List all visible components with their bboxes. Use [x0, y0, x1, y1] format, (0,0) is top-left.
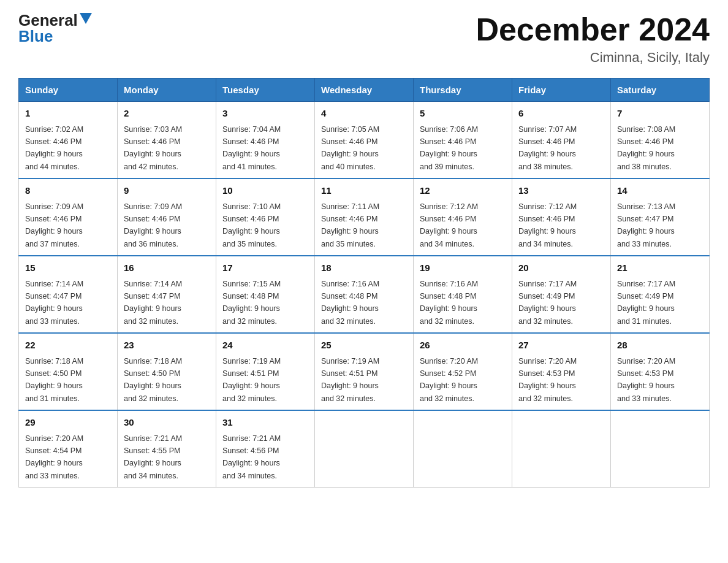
- logo: General Blue: [18, 12, 92, 44]
- calendar-cell: 20 Sunrise: 7:17 AMSunset: 4:49 PMDaylig…: [512, 256, 611, 333]
- title-section: December 2024 Ciminna, Sicily, Italy: [476, 12, 710, 66]
- day-info: Sunrise: 7:07 AMSunset: 4:46 PMDaylight:…: [518, 125, 577, 171]
- day-info: Sunrise: 7:09 AMSunset: 4:46 PMDaylight:…: [124, 202, 182, 248]
- day-number: 22: [25, 339, 111, 353]
- calendar-cell: 24 Sunrise: 7:19 AMSunset: 4:51 PMDaylig…: [216, 333, 315, 410]
- calendar-cell: 14 Sunrise: 7:13 AMSunset: 4:47 PMDaylig…: [611, 178, 710, 256]
- day-number: 14: [617, 184, 703, 198]
- day-info: Sunrise: 7:10 AMSunset: 4:46 PMDaylight:…: [222, 202, 281, 248]
- table-row: 29 Sunrise: 7:20 AMSunset: 4:54 PMDaylig…: [19, 410, 710, 488]
- calendar-cell: [414, 410, 512, 488]
- calendar-cell: 31 Sunrise: 7:21 AMSunset: 4:56 PMDaylig…: [216, 410, 315, 488]
- calendar-cell: 30 Sunrise: 7:21 AMSunset: 4:55 PMDaylig…: [118, 410, 216, 488]
- table-row: 1 Sunrise: 7:02 AMSunset: 4:46 PMDayligh…: [19, 102, 710, 179]
- calendar-cell: 28 Sunrise: 7:20 AMSunset: 4:53 PMDaylig…: [611, 333, 710, 410]
- table-row: 8 Sunrise: 7:09 AMSunset: 4:46 PMDayligh…: [19, 178, 710, 256]
- day-number: 16: [124, 261, 210, 275]
- day-number: 15: [25, 261, 111, 275]
- col-tuesday: Tuesday: [216, 79, 315, 102]
- day-info: Sunrise: 7:06 AMSunset: 4:46 PMDaylight:…: [420, 125, 478, 171]
- day-info: Sunrise: 7:17 AMSunset: 4:49 PMDaylight:…: [617, 280, 675, 326]
- day-number: 11: [321, 184, 407, 198]
- day-info: Sunrise: 7:16 AMSunset: 4:48 PMDaylight:…: [321, 280, 379, 326]
- calendar-cell: 3 Sunrise: 7:04 AMSunset: 4:46 PMDayligh…: [216, 102, 315, 179]
- day-number: 8: [25, 184, 111, 198]
- day-number: 12: [420, 184, 506, 198]
- calendar-cell: 8 Sunrise: 7:09 AMSunset: 4:46 PMDayligh…: [19, 178, 118, 256]
- calendar-cell: 15 Sunrise: 7:14 AMSunset: 4:47 PMDaylig…: [19, 256, 118, 333]
- calendar-cell: [611, 410, 710, 488]
- day-info: Sunrise: 7:18 AMSunset: 4:50 PMDaylight:…: [124, 357, 182, 403]
- day-number: 10: [222, 184, 308, 198]
- page-header: General Blue December 2024 Ciminna, Sici…: [18, 12, 710, 66]
- logo-blue-text: Blue: [18, 28, 53, 44]
- calendar-cell: 23 Sunrise: 7:18 AMSunset: 4:50 PMDaylig…: [118, 333, 216, 410]
- day-number: 17: [222, 261, 308, 275]
- day-info: Sunrise: 7:21 AMSunset: 4:56 PMDaylight:…: [222, 434, 281, 480]
- day-info: Sunrise: 7:14 AMSunset: 4:47 PMDaylight:…: [25, 280, 83, 326]
- location-subtitle: Ciminna, Sicily, Italy: [476, 50, 710, 66]
- day-number: 18: [321, 261, 407, 275]
- day-number: 13: [518, 184, 604, 198]
- calendar-cell: 4 Sunrise: 7:05 AMSunset: 4:46 PMDayligh…: [315, 102, 414, 179]
- day-number: 26: [420, 339, 506, 353]
- day-info: Sunrise: 7:15 AMSunset: 4:48 PMDaylight:…: [222, 280, 281, 326]
- day-info: Sunrise: 7:20 AMSunset: 4:53 PMDaylight:…: [617, 357, 675, 403]
- calendar-cell: 1 Sunrise: 7:02 AMSunset: 4:46 PMDayligh…: [19, 102, 118, 179]
- day-number: 7: [617, 107, 703, 121]
- day-info: Sunrise: 7:04 AMSunset: 4:46 PMDaylight:…: [222, 125, 281, 171]
- day-info: Sunrise: 7:05 AMSunset: 4:46 PMDaylight:…: [321, 125, 379, 171]
- calendar-cell: 27 Sunrise: 7:20 AMSunset: 4:53 PMDaylig…: [512, 333, 611, 410]
- day-info: Sunrise: 7:02 AMSunset: 4:46 PMDaylight:…: [25, 125, 83, 171]
- day-info: Sunrise: 7:16 AMSunset: 4:48 PMDaylight:…: [420, 280, 478, 326]
- day-number: 24: [222, 339, 308, 353]
- logo-general-text: General: [18, 12, 78, 28]
- day-number: 4: [321, 107, 407, 121]
- day-number: 9: [124, 184, 210, 198]
- calendar-cell: 22 Sunrise: 7:18 AMSunset: 4:50 PMDaylig…: [19, 333, 118, 410]
- month-year-title: December 2024: [476, 12, 710, 47]
- calendar-cell: 13 Sunrise: 7:12 AMSunset: 4:46 PMDaylig…: [512, 178, 611, 256]
- day-info: Sunrise: 7:03 AMSunset: 4:46 PMDaylight:…: [124, 125, 182, 171]
- day-info: Sunrise: 7:12 AMSunset: 4:46 PMDaylight:…: [518, 202, 577, 248]
- calendar-cell: 2 Sunrise: 7:03 AMSunset: 4:46 PMDayligh…: [118, 102, 216, 179]
- day-info: Sunrise: 7:19 AMSunset: 4:51 PMDaylight:…: [222, 357, 281, 403]
- day-info: Sunrise: 7:13 AMSunset: 4:47 PMDaylight:…: [617, 202, 675, 248]
- day-number: 29: [25, 416, 111, 430]
- day-number: 23: [124, 339, 210, 353]
- day-info: Sunrise: 7:17 AMSunset: 4:49 PMDaylight:…: [518, 280, 577, 326]
- calendar-cell: 5 Sunrise: 7:06 AMSunset: 4:46 PMDayligh…: [414, 102, 512, 179]
- calendar-cell: 10 Sunrise: 7:10 AMSunset: 4:46 PMDaylig…: [216, 178, 315, 256]
- calendar-cell: 19 Sunrise: 7:16 AMSunset: 4:48 PMDaylig…: [414, 256, 512, 333]
- svg-marker-0: [80, 13, 92, 24]
- table-row: 15 Sunrise: 7:14 AMSunset: 4:47 PMDaylig…: [19, 256, 710, 333]
- day-info: Sunrise: 7:20 AMSunset: 4:52 PMDaylight:…: [420, 357, 478, 403]
- col-friday: Friday: [512, 79, 611, 102]
- day-info: Sunrise: 7:11 AMSunset: 4:46 PMDaylight:…: [321, 202, 379, 248]
- calendar-cell: 25 Sunrise: 7:19 AMSunset: 4:51 PMDaylig…: [315, 333, 414, 410]
- calendar-cell: 16 Sunrise: 7:14 AMSunset: 4:47 PMDaylig…: [118, 256, 216, 333]
- calendar-cell: 29 Sunrise: 7:20 AMSunset: 4:54 PMDaylig…: [19, 410, 118, 488]
- day-info: Sunrise: 7:20 AMSunset: 4:53 PMDaylight:…: [518, 357, 577, 403]
- day-number: 6: [518, 107, 604, 121]
- calendar-cell: 9 Sunrise: 7:09 AMSunset: 4:46 PMDayligh…: [118, 178, 216, 256]
- day-number: 1: [25, 107, 111, 121]
- day-number: 30: [124, 416, 210, 430]
- header-row: Sunday Monday Tuesday Wednesday Thursday…: [19, 79, 710, 102]
- calendar-cell: 17 Sunrise: 7:15 AMSunset: 4:48 PMDaylig…: [216, 256, 315, 333]
- table-row: 22 Sunrise: 7:18 AMSunset: 4:50 PMDaylig…: [19, 333, 710, 410]
- day-number: 27: [518, 339, 604, 353]
- calendar-cell: 7 Sunrise: 7:08 AMSunset: 4:46 PMDayligh…: [611, 102, 710, 179]
- day-number: 25: [321, 339, 407, 353]
- day-info: Sunrise: 7:18 AMSunset: 4:50 PMDaylight:…: [25, 357, 83, 403]
- day-number: 28: [617, 339, 703, 353]
- calendar-cell: 21 Sunrise: 7:17 AMSunset: 4:49 PMDaylig…: [611, 256, 710, 333]
- day-number: 21: [617, 261, 703, 275]
- day-number: 5: [420, 107, 506, 121]
- calendar-cell: 12 Sunrise: 7:12 AMSunset: 4:46 PMDaylig…: [414, 178, 512, 256]
- calendar-cell: 6 Sunrise: 7:07 AMSunset: 4:46 PMDayligh…: [512, 102, 611, 179]
- day-info: Sunrise: 7:14 AMSunset: 4:47 PMDaylight:…: [124, 280, 182, 326]
- col-wednesday: Wednesday: [315, 79, 414, 102]
- col-sunday: Sunday: [19, 79, 118, 102]
- day-info: Sunrise: 7:19 AMSunset: 4:51 PMDaylight:…: [321, 357, 379, 403]
